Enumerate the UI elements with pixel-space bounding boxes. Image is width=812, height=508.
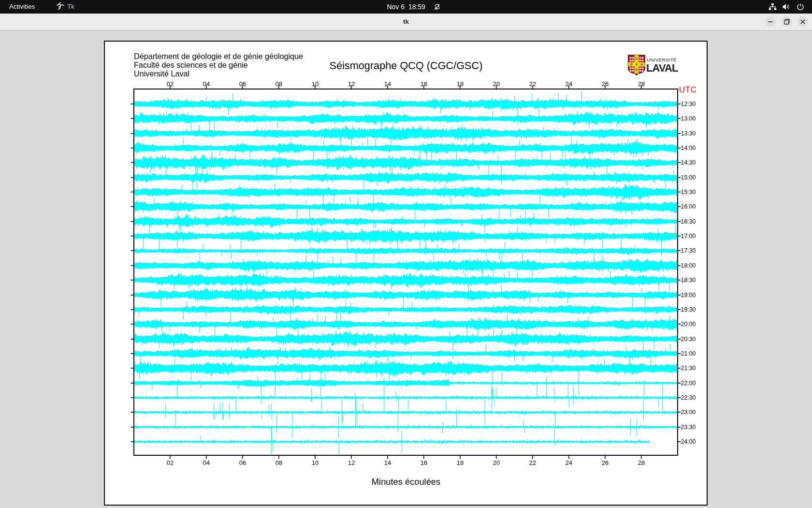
svg-text:LAVAL: LAVAL xyxy=(646,62,678,74)
